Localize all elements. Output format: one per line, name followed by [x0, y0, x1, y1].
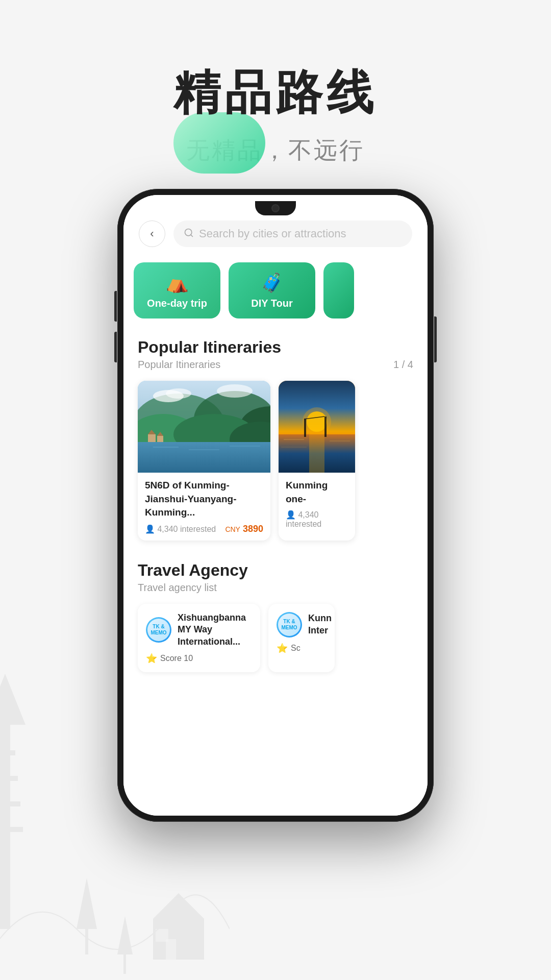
svg-rect-38	[309, 434, 324, 473]
svg-rect-13	[156, 929, 168, 942]
app-content: ‹ Search by cities or attractions	[123, 195, 428, 816]
svg-point-33	[217, 384, 253, 398]
card-1-price: CNY 3890	[225, 524, 263, 534]
svg-rect-8	[85, 929, 88, 954]
score-star-icon-2: ⭐	[277, 643, 288, 654]
person-icon-2: 👤	[286, 510, 296, 519]
svg-point-36	[303, 407, 331, 436]
svg-rect-9	[123, 953, 126, 974]
agency-2-logo-inner: TK &MEMO	[278, 614, 300, 636]
popular-itineraries-title: Popular Itineraries	[138, 338, 413, 357]
agency-1-logo-text: TK &MEMO	[151, 624, 166, 636]
card-2-interested: 👤 4,340 interested	[286, 510, 348, 529]
one-day-trip-icon: ⛺	[166, 272, 189, 293]
popular-itineraries-pagination: 1 / 4	[393, 359, 413, 371]
agency-1-name: Xishuangbanna MY Way International...	[178, 612, 252, 648]
svg-rect-39	[304, 419, 306, 437]
popular-itineraries-subtitle: Popular Itineraries	[138, 359, 220, 371]
search-input-box[interactable]: Search by cities or attractions	[173, 220, 412, 247]
travel-agency-title: Travel Agency	[138, 561, 413, 580]
agency-1-score: ⭐ Score 10	[146, 653, 252, 664]
diy-tour-label: DIY Tour	[251, 298, 292, 309]
back-arrow-icon: ‹	[150, 227, 154, 240]
svg-rect-12	[166, 939, 176, 960]
itinerary-card-2[interactable]: Kunming one- 👤 4,340 interested	[279, 381, 355, 541]
svg-rect-0	[0, 725, 10, 929]
agency-card-1[interactable]: TK &MEMO Xishuangbanna MY Way Internatio…	[138, 604, 260, 672]
agency-2-logo-text: TK &MEMO	[281, 619, 297, 631]
phone-camera	[271, 204, 280, 212]
svg-rect-27	[148, 434, 156, 442]
sunset-scene-svg	[279, 381, 355, 473]
phone-button-volume-down	[114, 332, 117, 362]
svg-marker-3	[0, 709, 15, 725]
svg-point-32	[166, 388, 191, 399]
travel-agency-meta: Travel agency list	[138, 582, 413, 594]
svg-rect-5	[0, 776, 18, 781]
agency-1-top: TK &MEMO Xishuangbanna MY Way Internatio…	[146, 612, 252, 648]
phone-outer: ‹ Search by cities or attractions	[117, 189, 434, 822]
card-2-image	[279, 381, 355, 473]
diy-tour-icon: 🧳	[261, 272, 284, 293]
phone-screen: ‹ Search by cities or attractions	[123, 195, 428, 816]
card-1-title: 5N6D of Kunming-Jianshui-Yuanyang-Kunmin…	[145, 479, 263, 520]
back-button[interactable]: ‹	[139, 220, 165, 247]
agency-cards-scroll: TK &MEMO Xishuangbanna MY Way Internatio…	[123, 598, 428, 678]
card-1-info: 5N6D of Kunming-Jianshui-Yuanyang-Kunmin…	[138, 473, 270, 541]
agency-2-top: TK &MEMO Kunn Inter	[277, 612, 327, 638]
subtitle: 无精品，不远行	[0, 135, 551, 166]
phone-button-power	[434, 316, 437, 362]
lake-scene-svg	[138, 381, 270, 473]
card-2-info: Kunming one- 👤 4,340 interested	[279, 473, 355, 535]
phone-notch	[255, 201, 296, 215]
svg-rect-23	[138, 442, 270, 473]
travel-agency-subtitle: Travel agency list	[138, 582, 217, 594]
main-title: 精品路线	[173, 61, 378, 125]
card-1-image	[138, 381, 270, 473]
agency-card-2[interactable]: TK &MEMO Kunn Inter ⭐ Sc	[268, 604, 335, 672]
tab-one-day-trip[interactable]: ⛺ One-day trip	[134, 262, 220, 318]
agency-2-name: Kunn Inter	[308, 612, 332, 636]
svg-marker-11	[153, 893, 204, 919]
svg-rect-29	[157, 436, 163, 442]
category-tabs: ⛺ One-day trip 🧳 DIY Tour	[123, 257, 428, 324]
svg-line-15	[191, 234, 193, 236]
card-2-meta: 👤 4,340 interested	[286, 510, 348, 529]
title-container: 精品路线	[173, 61, 378, 125]
phone-button-volume-up	[114, 291, 117, 322]
phone-mockup: ‹ Search by cities or attractions	[117, 189, 434, 822]
card-1-meta: 👤 4,340 interested CNY 3890	[145, 524, 263, 534]
header-area: 精品路线 无精品，不远行	[0, 0, 551, 166]
score-star-icon: ⭐	[146, 653, 157, 664]
itinerary-card-1[interactable]: 5N6D of Kunming-Jianshui-Yuanyang-Kunmin…	[138, 381, 270, 541]
svg-marker-2	[0, 694, 20, 725]
tab-diy-tour[interactable]: 🧳 DIY Tour	[229, 262, 315, 318]
svg-marker-1	[0, 674, 26, 725]
search-icon	[184, 228, 194, 240]
svg-rect-7	[0, 827, 23, 832]
one-day-trip-label: One-day trip	[147, 298, 207, 309]
svg-rect-10	[153, 919, 204, 960]
svg-rect-6	[0, 801, 20, 806]
agency-1-logo: TK &MEMO	[146, 617, 171, 643]
person-icon: 👤	[145, 525, 155, 533]
agency-1-logo-inner: TK &MEMO	[147, 619, 170, 641]
svg-rect-4	[0, 750, 15, 755]
svg-rect-40	[324, 416, 327, 437]
popular-itineraries-header: Popular Itineraries Popular Itineraries …	[123, 324, 428, 375]
tab-partial[interactable]	[323, 262, 354, 318]
agency-2-logo: TK &MEMO	[277, 612, 302, 638]
card-2-title: Kunming one-	[286, 479, 348, 506]
card-1-interested: 👤 4,340 interested	[145, 524, 216, 534]
agency-2-score: ⭐ Sc	[277, 643, 327, 654]
itinerary-cards-scroll: 5N6D of Kunming-Jianshui-Yuanyang-Kunmin…	[123, 375, 428, 547]
travel-agency-header: Travel Agency Travel agency list	[123, 547, 428, 598]
popular-itineraries-meta: Popular Itineraries 1 / 4	[138, 359, 413, 371]
search-placeholder-text: Search by cities or attractions	[199, 227, 346, 240]
